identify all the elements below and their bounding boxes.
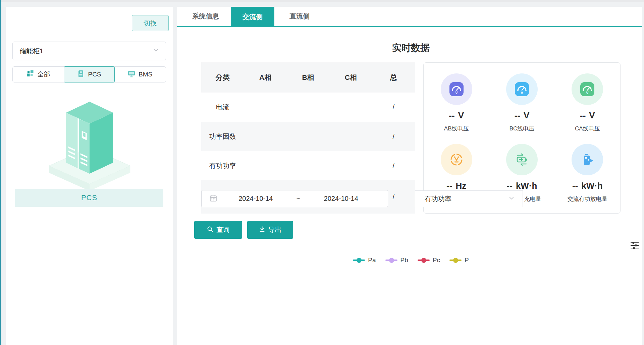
card-ab-voltage: V -- V AB线电压 bbox=[424, 63, 489, 144]
card-unit: V bbox=[458, 110, 464, 121]
legend-item-pb[interactable]: Pb bbox=[385, 256, 408, 264]
svg-text:V: V bbox=[455, 91, 458, 95]
card-unit: Hz bbox=[455, 181, 466, 191]
download-icon bbox=[259, 226, 265, 234]
card-discharge-energy: -- kW·h 交流有功放电量 bbox=[555, 144, 620, 213]
segment-all[interactable]: 全部 bbox=[13, 67, 64, 82]
card-bc-voltage: V -- V BC线电压 bbox=[489, 63, 554, 144]
page-title: 实时数据 bbox=[201, 42, 621, 54]
table-row: 功率因数 / bbox=[201, 122, 415, 151]
segment-pcs-label: PCS bbox=[88, 71, 101, 78]
legend-item-p[interactable]: P bbox=[449, 256, 469, 264]
card-unit: V bbox=[524, 110, 529, 121]
chart-settings-sliders-icon[interactable] bbox=[630, 241, 639, 251]
legend-label: Pa bbox=[368, 256, 376, 264]
card-value: -- bbox=[515, 110, 520, 121]
col-header-total: 总 bbox=[372, 62, 415, 93]
segment-bms-label: BMS bbox=[139, 71, 152, 78]
cell-a bbox=[244, 93, 286, 122]
metric-select-value: 有功功率 bbox=[425, 194, 508, 204]
top-bar bbox=[0, 0, 644, 2]
device-sidebar: 切换 储能柜1 全部 bbox=[6, 7, 173, 345]
col-header-phase-b: B相 bbox=[287, 62, 329, 93]
pcs-cabinet-illustration bbox=[43, 100, 137, 192]
card-value: -- bbox=[580, 110, 586, 121]
cell-b bbox=[287, 122, 329, 151]
legend-label: Pb bbox=[400, 256, 408, 264]
main-content: 系统信息 交流侧 直流侧 实时数据 分类 A相 B相 C相 总 电流 / 功率因… bbox=[177, 7, 642, 345]
segment-all-label: 全部 bbox=[37, 70, 50, 79]
device-name-bar[interactable]: PCS bbox=[15, 189, 163, 207]
end-date-field[interactable]: 2024-10-14 bbox=[302, 195, 380, 203]
tab-dc-side[interactable]: 直流侧 bbox=[278, 7, 321, 26]
card-unit: kW·h bbox=[516, 181, 537, 191]
card-label: 交流有功放电量 bbox=[568, 195, 607, 203]
legend-item-pc[interactable]: Pc bbox=[418, 256, 440, 264]
discharge-battery-icon bbox=[572, 144, 603, 175]
table-row: 电流 / bbox=[201, 93, 415, 122]
card-label: 充电量 bbox=[524, 195, 541, 203]
legend-swatch bbox=[385, 258, 397, 263]
search-icon bbox=[207, 226, 213, 234]
cell-total: / bbox=[372, 93, 415, 122]
grid-icon bbox=[26, 70, 34, 79]
card-label: CA线电压 bbox=[575, 125, 600, 132]
frequency-meter-icon bbox=[441, 144, 472, 175]
voltage-gauge-icon: V bbox=[506, 73, 538, 105]
legend-swatch bbox=[353, 258, 365, 263]
svg-text:V: V bbox=[586, 91, 589, 95]
cell-total: / bbox=[372, 151, 415, 180]
export-button[interactable]: 导出 bbox=[247, 221, 293, 239]
card-value: -- bbox=[507, 181, 513, 191]
legend-label: P bbox=[465, 256, 469, 264]
card-value: -- bbox=[446, 181, 452, 191]
cell-a bbox=[244, 122, 286, 151]
voltage-gauge-icon: V bbox=[441, 73, 472, 105]
chevron-down-icon bbox=[153, 47, 159, 55]
cell-c bbox=[329, 151, 372, 180]
chevron-down-icon bbox=[508, 195, 515, 203]
query-button-label: 查询 bbox=[216, 225, 230, 234]
tab-ac-side[interactable]: 交流侧 bbox=[231, 7, 274, 27]
col-header-phase-c: C相 bbox=[329, 62, 372, 93]
cabinet-select[interactable]: 储能柜1 bbox=[12, 42, 166, 60]
segment-pcs[interactable]: PCS bbox=[64, 66, 115, 82]
pcs-cabinet-icon bbox=[77, 70, 85, 79]
cell-total: / bbox=[372, 122, 415, 151]
voltage-gauge-icon: V bbox=[572, 73, 603, 105]
col-header-phase-a: A相 bbox=[244, 62, 286, 93]
cabinet-select-value: 储能柜1 bbox=[19, 47, 153, 56]
svg-text:V: V bbox=[521, 91, 523, 95]
card-value: -- bbox=[449, 110, 454, 121]
row-category: 电流 bbox=[201, 93, 244, 122]
card-ca-voltage: V -- V CA线电压 bbox=[555, 63, 620, 144]
query-button[interactable]: 查询 bbox=[194, 221, 242, 239]
tab-system-info[interactable]: 系统信息 bbox=[184, 7, 227, 26]
date-range-separator: ~ bbox=[294, 195, 303, 203]
bms-monitor-icon bbox=[128, 70, 135, 79]
date-range-picker[interactable]: 2024-10-14 ~ 2024-10-14 bbox=[201, 190, 388, 207]
switch-button[interactable]: 切换 bbox=[132, 15, 169, 31]
card-label: BC线电压 bbox=[509, 125, 535, 132]
cell-c bbox=[329, 93, 372, 122]
card-value: -- bbox=[572, 181, 578, 191]
charge-battery-icon bbox=[506, 144, 538, 175]
row-category: 有功功率 bbox=[201, 151, 244, 180]
table-row: 有功功率 / bbox=[201, 151, 415, 180]
cell-b bbox=[287, 93, 329, 122]
cell-c bbox=[329, 122, 372, 151]
metric-select[interactable]: 有功功率 bbox=[415, 190, 523, 207]
legend-item-pa[interactable]: Pa bbox=[353, 256, 376, 264]
calendar-icon bbox=[210, 194, 217, 203]
left-edge-accent bbox=[0, 0, 1, 345]
start-date-field[interactable]: 2024-10-14 bbox=[217, 195, 294, 203]
segment-bms[interactable]: BMS bbox=[114, 67, 166, 82]
device-type-segment: 全部 PCS BMS bbox=[12, 66, 166, 82]
col-header-category: 分类 bbox=[201, 62, 244, 93]
card-unit: V bbox=[589, 110, 595, 121]
legend-swatch bbox=[418, 258, 430, 263]
card-label: AB线电压 bbox=[444, 125, 469, 132]
chart-legend: Pa Pb Pc P bbox=[201, 256, 621, 264]
cell-b bbox=[287, 151, 329, 180]
table-header-row: 分类 A相 B相 C相 总 bbox=[201, 62, 415, 93]
